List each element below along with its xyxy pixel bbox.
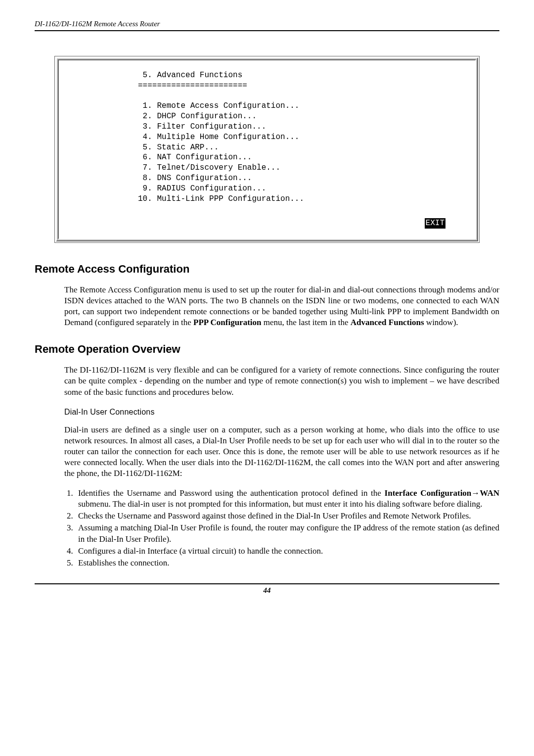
dialin-steps-list: Identifies the Username and Password usi… — [64, 488, 499, 568]
menu-item[interactable]: 8. DNS Configuration... — [138, 174, 252, 183]
menu-item[interactable]: 3. Filter Configuration... — [138, 122, 266, 131]
menu-item[interactable]: 2. DHCP Configuration... — [138, 112, 257, 121]
list-item: Establishes the connection. — [75, 558, 499, 568]
menu-item[interactable]: 7. Telnet/Discovery Enable... — [138, 163, 280, 172]
menu-item[interactable]: 1. Remote Access Configuration... — [138, 101, 299, 110]
menu-item[interactable]: 9. RADIUS Configuration... — [138, 184, 266, 193]
exit-button[interactable]: EXIT — [425, 218, 445, 229]
menu-title-num: 5. — [138, 71, 152, 80]
subheading-dialin: Dial-In User Connections — [64, 408, 499, 417]
footer-rule — [35, 583, 499, 584]
page-header: DI-1162/DI-1162M Remote Access Router — [35, 20, 499, 28]
menu-divider: ======================= — [138, 81, 247, 90]
list-item: Checks the Username and Password against… — [75, 511, 499, 521]
remote-access-paragraph: The Remote Access Configuration menu is … — [64, 284, 499, 328]
dialin-paragraph: Dial-in users are defined as a single us… — [64, 425, 499, 479]
header-rule — [35, 30, 499, 31]
remote-operation-paragraph: The DI-1162/DI-1162M is very flexible an… — [64, 365, 499, 397]
terminal-window: 5. Advanced Functions ==================… — [54, 56, 480, 243]
section-heading-remote-operation: Remote Operation Overview — [35, 343, 499, 356]
section-heading-remote-access: Remote Access Configuration — [35, 263, 499, 276]
menu-item[interactable]: 6. NAT Configuration... — [138, 153, 252, 162]
page-number: 44 — [35, 586, 499, 595]
list-item: Assuming a matching Dial-In User Profile… — [75, 522, 499, 544]
list-item: Identifies the Username and Password usi… — [75, 488, 499, 510]
menu-title: Advanced Functions — [157, 71, 242, 80]
menu-item[interactable]: 5. Static ARP... — [138, 143, 219, 152]
menu-item[interactable]: 10. Multi-Link PPP Configuration... — [138, 194, 304, 203]
list-item: Configures a dial-in Interface (a virtua… — [75, 546, 499, 557]
arrow-icon: → — [471, 488, 480, 498]
menu-item[interactable]: 4. Multiple Home Configuration... — [138, 133, 299, 142]
terminal-content: 5. Advanced Functions ==================… — [79, 70, 455, 204]
